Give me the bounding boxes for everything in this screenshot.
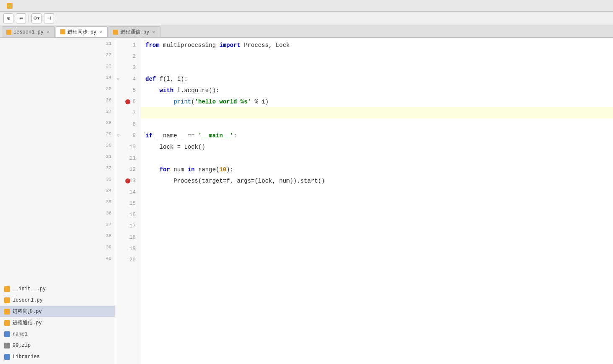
sidebar-item-Libraries[interactable]: Libraries: [0, 351, 115, 362]
sidebar-item-icon-Libraries: [4, 354, 10, 360]
sidebar-item-name1[interactable]: name1: [0, 328, 115, 340]
line-numbers-column: 123▽45678▽91011121314151617181920: [115, 38, 140, 364]
sidebar-line-28: 28: [0, 117, 111, 128]
sidebar-line-36: 36: [0, 207, 111, 219]
breakpoint-6: [125, 99, 130, 104]
code-line-14: [140, 186, 613, 198]
line-num-6: 6: [115, 96, 140, 107]
tab-jinchengtongxin-label: 进程通信.py: [120, 28, 150, 36]
line-number-text-18: 18: [129, 234, 136, 240]
code-line-15: [140, 198, 613, 209]
line-number-text-16: 16: [129, 212, 136, 218]
sidebar-item------py[interactable]: 进程通信.py: [0, 317, 115, 328]
line-number-text-14: 14: [129, 189, 136, 195]
sidebar-line-27: 27: [0, 106, 111, 117]
toolbar-settings-btn[interactable]: ⚙▾: [31, 13, 41, 23]
title-file-icon: 🐍: [7, 3, 13, 9]
line-num-2: 2: [115, 51, 140, 62]
sidebar-item-icon-lesoon1-py: [4, 297, 10, 303]
sidebar-item---init---py[interactable]: __init__.py: [0, 283, 115, 294]
fold-icon-4[interactable]: ▽: [117, 77, 119, 82]
line-num-16: 16: [115, 209, 140, 220]
tab-lesoon1-label: lesoon1.py: [13, 29, 44, 35]
sidebar-item-icon------py: [4, 320, 10, 326]
sidebar-line-22: 22: [0, 49, 111, 60]
sidebar-line-23: 23: [0, 60, 111, 72]
code-token: ):: [226, 166, 233, 173]
sidebar-item-lesoon1-py[interactable]: lesoon1.py: [0, 294, 115, 306]
line-num-11: 11: [115, 152, 140, 164]
line-num-5: 5: [115, 85, 140, 96]
toolbar-split-btn[interactable]: ≑: [16, 13, 26, 23]
code-line-2: [140, 51, 613, 62]
sidebar-line-31: 31: [0, 151, 111, 162]
sidebar-item-label: 进程同步.py: [13, 308, 42, 315]
code-token: '__main__': [198, 132, 233, 139]
toolbar: ⊕ ≑ ⚙▾ ⊣: [0, 12, 613, 25]
code-lines-column[interactable]: from multiprocessing import Process, Loc…: [140, 38, 613, 364]
line-number-text-12: 12: [129, 166, 136, 173]
code-token: f(l, i):: [156, 76, 188, 83]
sidebar-line-29: 29: [0, 128, 111, 139]
sidebar-item-label: __init__.py: [13, 286, 46, 292]
code-token: from: [145, 42, 160, 49]
tab-jinchengtongxin-close[interactable]: ✕: [151, 29, 156, 35]
line-num-17: 17: [115, 220, 140, 232]
main-area: 2122232425262728293031323334353637383940…: [0, 38, 613, 364]
sidebar-item-99-zip[interactable]: 99.zip: [0, 340, 115, 351]
sidebar-line-26: 26: [0, 94, 111, 106]
sidebar-line-numbers: 2122232425262728293031323334353637383940: [0, 38, 115, 264]
code-line-7: [140, 107, 613, 119]
tab-jinchengtongbu-label: 进程同步.py: [67, 28, 97, 36]
code-token: l.acquire():: [173, 87, 219, 94]
line-num-1: 1: [115, 39, 140, 51]
code-token: [145, 166, 160, 173]
line-num-14: 14: [115, 186, 140, 198]
line-number-text-15: 15: [129, 200, 136, 207]
breakpoint-13: [125, 178, 130, 183]
sidebar-line-37: 37: [0, 219, 111, 230]
line-num-9: ▽9: [115, 130, 140, 141]
code-line-18: [140, 232, 613, 243]
code-token: lock = Lock(): [145, 144, 205, 150]
code-token: import: [219, 42, 240, 49]
sidebar-item-icon-name1: [4, 331, 10, 337]
sidebar-item------py[interactable]: 进程同步.py: [0, 306, 115, 317]
code-token: Process, Lock: [241, 42, 290, 49]
fold-icon-9[interactable]: ▽: [117, 133, 119, 138]
line-number-text-4: 4: [132, 76, 136, 82]
code-line-11: [140, 152, 613, 164]
tab-jinchengtongxin[interactable]: 进程通信.py ✕: [109, 26, 160, 37]
code-line-12: for num in range(10):: [140, 164, 613, 175]
line-number-text-7: 7: [132, 110, 136, 116]
code-line-4: def f(l, i):: [140, 73, 613, 85]
toolbar-bookmark-btn[interactable]: ⊣: [44, 13, 54, 23]
tab-lesoon1-close[interactable]: ✕: [46, 29, 50, 35]
sidebar-line-34: 34: [0, 185, 111, 196]
line-number-text-5: 5: [132, 87, 136, 93]
code-token: multiprocessing: [160, 42, 220, 49]
code-token: with: [160, 87, 174, 94]
code-token: [145, 87, 160, 94]
breadcrumb: 🐍: [3, 3, 14, 9]
line-number-text-8: 8: [132, 121, 136, 127]
line-number-text-9: 9: [132, 132, 136, 139]
tab-jinchengtongxin-icon: [113, 30, 118, 35]
tab-jinchengtongbu-close[interactable]: ✕: [98, 29, 103, 35]
code-token: range(: [195, 166, 220, 173]
code-line-3: [140, 62, 613, 73]
code-line-16: [140, 209, 613, 220]
code-token: __name__ ==: [153, 132, 198, 139]
toolbar-add-btn[interactable]: ⊕: [3, 13, 13, 23]
line-num-7: 7: [115, 107, 140, 119]
tab-lesoon1[interactable]: lesoon1.py ✕: [2, 26, 55, 37]
sidebar-line-33: 33: [0, 173, 111, 185]
line-number-text-19: 19: [129, 245, 136, 252]
code-token: 'hello world %s': [195, 98, 251, 105]
code-line-5: with l.acquire():: [140, 85, 613, 96]
tab-jinchengtongbu[interactable]: 进程同步.py ✕: [56, 26, 108, 37]
code-token: print: [173, 98, 191, 105]
code-line-13: Process(target=f, args=(lock, num)).star…: [140, 175, 613, 186]
line-num-8: 8: [115, 119, 140, 130]
line-num-20: 20: [115, 254, 140, 266]
